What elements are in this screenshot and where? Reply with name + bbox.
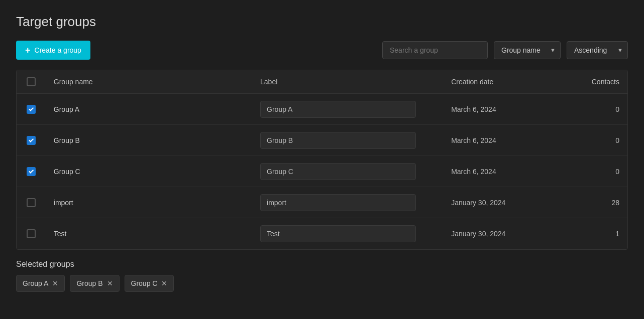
row-contacts-cell: 0	[572, 125, 627, 156]
header-label: Label	[252, 70, 443, 94]
header-creation-date: Creation date	[443, 70, 572, 94]
plus-icon: +	[25, 46, 31, 55]
row-check-cell	[17, 125, 46, 156]
row-label-cell	[252, 187, 443, 218]
row-group-name: Group C	[54, 168, 80, 176]
row-date-cell: January 30, 2024	[443, 187, 572, 218]
table-row: Test January 30, 2024 1	[17, 218, 627, 249]
sort-order-wrapper: Ascending Descending ▼	[567, 41, 628, 59]
row-label-input-import[interactable]	[260, 194, 416, 211]
tag-label: Group B	[76, 279, 102, 287]
table-row: Group C March 6, 2024 0	[17, 156, 627, 187]
row-check-cell	[17, 218, 46, 249]
selected-groups-section: Selected groups Group A ✕ Group B ✕ Grou…	[16, 260, 628, 292]
row-name-cell: Group B	[46, 125, 252, 156]
row-label-input-test[interactable]	[260, 225, 416, 242]
page-title: Target groups	[16, 14, 628, 30]
row-checkbox-import[interactable]	[27, 198, 36, 207]
sort-field-wrapper: Group name Creation date Contacts ▼	[494, 41, 561, 59]
header-group-name: Group name	[46, 70, 252, 94]
row-group-name: Test	[54, 230, 67, 238]
row-label-input-group-b[interactable]	[260, 132, 416, 149]
selected-tag: Group C ✕	[125, 275, 174, 292]
tag-label: Group A	[23, 279, 48, 287]
row-date-cell: January 30, 2024	[443, 218, 572, 249]
row-group-name: Group A	[54, 105, 79, 113]
row-name-cell: Test	[46, 218, 252, 249]
row-label-input-group-c[interactable]	[260, 163, 416, 180]
row-label-cell	[252, 156, 443, 187]
toolbar: + Create a group Group name Creation dat…	[16, 41, 628, 60]
row-check-cell	[17, 156, 46, 187]
table-row: import January 30, 2024 28	[17, 187, 627, 218]
header-contacts: Contacts	[572, 70, 627, 94]
row-name-cell: import	[46, 187, 252, 218]
row-label-cell	[252, 94, 443, 125]
create-group-button[interactable]: + Create a group	[16, 41, 90, 60]
tag-label: Group C	[131, 279, 158, 287]
sort-order-select[interactable]: Ascending Descending	[567, 41, 628, 59]
table-row: Group B March 6, 2024 0	[17, 125, 627, 156]
search-input[interactable]	[382, 41, 488, 59]
row-check-cell	[17, 187, 46, 218]
row-contacts-cell: 0	[572, 156, 627, 187]
selected-tags-container: Group A ✕ Group B ✕ Group C ✕	[16, 275, 628, 292]
select-all-checkbox[interactable]	[27, 77, 36, 86]
table-header-row: Group name Label Creation date Contacts	[17, 70, 627, 94]
row-label-cell	[252, 218, 443, 249]
row-contacts-cell: 1	[572, 218, 627, 249]
row-checkbox-group-a[interactable]	[27, 105, 36, 114]
groups-table: Group name Label Creation date Contacts …	[16, 70, 628, 250]
row-date-cell: March 6, 2024	[443, 156, 572, 187]
row-checkbox-group-b[interactable]	[27, 136, 36, 145]
row-label-input-group-a[interactable]	[260, 101, 416, 118]
create-group-label: Create a group	[35, 46, 81, 54]
row-label-cell	[252, 125, 443, 156]
selected-tag: Group A ✕	[16, 275, 65, 292]
row-date-cell: March 6, 2024	[443, 94, 572, 125]
tag-remove-icon[interactable]: ✕	[161, 280, 167, 287]
selected-groups-title: Selected groups	[16, 260, 628, 269]
row-name-cell: Group C	[46, 156, 252, 187]
row-contacts-cell: 28	[572, 187, 627, 218]
table-row: Group A March 6, 2024 0	[17, 94, 627, 125]
row-date-cell: March 6, 2024	[443, 125, 572, 156]
selected-tag: Group B ✕	[70, 275, 119, 292]
header-check	[17, 70, 46, 94]
row-group-name: import	[54, 199, 73, 207]
row-checkbox-group-c[interactable]	[27, 167, 36, 176]
tag-remove-icon[interactable]: ✕	[107, 280, 113, 287]
row-checkbox-test[interactable]	[27, 229, 36, 238]
row-contacts-cell: 0	[572, 94, 627, 125]
row-name-cell: Group A	[46, 94, 252, 125]
sort-field-select[interactable]: Group name Creation date Contacts	[494, 41, 561, 59]
tag-remove-icon[interactable]: ✕	[52, 280, 58, 287]
row-group-name: Group B	[54, 136, 80, 144]
row-check-cell	[17, 94, 46, 125]
